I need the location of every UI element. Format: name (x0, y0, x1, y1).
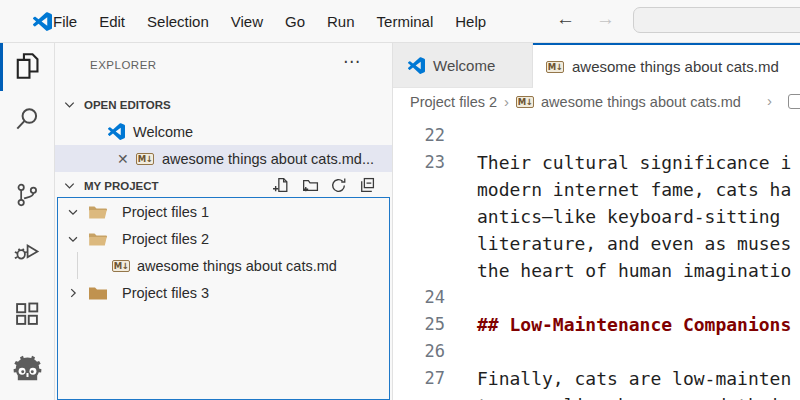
source-control-view-button[interactable] (0, 181, 54, 209)
chevron-right-icon (66, 286, 84, 300)
markdown-heading: ## Low-Maintenance Companions (477, 311, 791, 338)
my-project-label: MY PROJECT (84, 180, 159, 192)
line-number (393, 176, 445, 203)
open-editor-welcome[interactable]: Welcome (55, 118, 392, 145)
markdown-icon: M↓ (136, 153, 154, 165)
open-editors-section-header[interactable]: OPEN EDITORS (55, 91, 392, 118)
breadcrumb: Project files 2 › M↓ awesome things abou… (393, 88, 800, 115)
vscode-icon (408, 57, 425, 74)
tab-cats-md[interactable]: M↓ awesome things about cats.md (533, 43, 800, 88)
tab-label: awesome things about cats.md (572, 58, 779, 75)
open-editor-label: Welcome (133, 124, 193, 140)
command-center-search[interactable] (633, 7, 800, 33)
chevron-down-icon (62, 97, 77, 112)
menu-terminal[interactable]: Terminal (366, 13, 445, 30)
code-line: literature, and even as muses (393, 230, 800, 257)
forward-icon[interactable]: → (596, 8, 615, 30)
tree-item-label: Project files 3 (122, 285, 209, 301)
menu-go[interactable]: Go (274, 13, 316, 30)
menu-view[interactable]: View (220, 13, 274, 30)
chevron-down-icon (62, 178, 77, 193)
godot-tools-view-button[interactable] (0, 355, 54, 382)
code-line: 25## Low-Maintenance Companions (393, 311, 800, 338)
extensions-icon (13, 300, 41, 328)
open-editor-cats-md[interactable]: ✕ M↓ awesome things about cats.md... (55, 145, 392, 172)
code-line: 22 (393, 122, 800, 149)
godot-icon (12, 355, 43, 382)
chevron-right-icon: › (504, 93, 509, 110)
menu-run[interactable]: Run (316, 13, 366, 30)
refresh-icon[interactable] (330, 177, 347, 194)
explorer-view-button[interactable] (0, 50, 54, 82)
line-number (393, 230, 445, 257)
line-number: 25 (393, 311, 445, 338)
tree-item-project-files-2[interactable]: Project files 2 (58, 225, 389, 252)
code-line: 23Their cultural significance i (393, 149, 800, 176)
files-icon (12, 50, 42, 82)
line-number: 24 (393, 284, 445, 311)
tab-bar: Welcome M↓ awesome things about cats.md (393, 43, 800, 88)
menu-file[interactable]: File (42, 13, 88, 30)
folder-open-icon (88, 231, 115, 247)
activity-bar (0, 43, 55, 400)
line-number: 23 (393, 149, 445, 176)
chevron-down-icon (66, 205, 84, 219)
breadcrumb-file[interactable]: awesome things about cats.md (541, 94, 741, 110)
code-line: 24 (393, 284, 800, 311)
folder-closed-icon (88, 285, 115, 301)
line-number: 22 (393, 122, 445, 149)
tree-actions (273, 172, 375, 199)
collapse-all-icon[interactable] (358, 177, 375, 194)
tree-item-label: Project files 1 (122, 204, 209, 220)
tab-welcome[interactable]: Welcome (393, 43, 533, 88)
chevron-down-icon (66, 232, 84, 246)
line-number (393, 392, 445, 400)
tab-label: Welcome (433, 57, 495, 74)
run-debug-icon (13, 238, 41, 266)
titlebar: File Edit Selection View Go Run Terminal… (0, 0, 800, 43)
open-editors-label: OPEN EDITORS (84, 99, 171, 111)
tree-item-cats-md[interactable]: M↓ awesome things about cats.md (58, 252, 389, 279)
my-project-section-header[interactable]: MY PROJECT (55, 172, 392, 199)
line-number (393, 257, 445, 284)
code-line: to sprawling homes, and their (393, 392, 800, 400)
sidebar-title: EXPLORER (90, 59, 157, 71)
close-icon[interactable]: ✕ (117, 151, 131, 167)
back-icon[interactable]: ← (556, 8, 575, 30)
chevron-right-icon: › (767, 92, 772, 109)
editor-group: Welcome M↓ awesome things about cats.md … (393, 43, 800, 400)
tree-item-project-files-3[interactable]: Project files 3 (58, 279, 389, 306)
line-number: 27 (393, 365, 445, 392)
new-file-icon[interactable] (273, 177, 290, 194)
menu-bar: File Edit Selection View Go Run Terminal… (42, 0, 497, 42)
tree-item-label: Project files 2 (122, 231, 209, 247)
new-folder-icon[interactable] (301, 177, 319, 194)
file-tree: Project files 1 Project files 2 M↓ aweso… (57, 197, 390, 400)
vscode-icon (108, 123, 125, 140)
markdown-icon: M↓ (112, 260, 130, 272)
menu-help[interactable]: Help (444, 13, 497, 30)
folder-open-icon (88, 204, 115, 220)
menu-edit[interactable]: Edit (88, 13, 136, 30)
code-line: antics—like keyboard-sitting (393, 203, 800, 230)
tree-item-project-files-1[interactable]: Project files 1 (58, 198, 389, 225)
vscode-window: File Edit Selection View Go Run Terminal… (0, 0, 800, 400)
tree-item-label: awesome things about cats.md (137, 258, 337, 274)
code-editor[interactable]: 22 23Their cultural significance i moder… (393, 115, 800, 400)
code-line: 27Finally, cats are low-mainten (393, 365, 800, 392)
search-icon (13, 105, 41, 133)
extensions-view-button[interactable] (0, 300, 54, 328)
menu-selection[interactable]: Selection (136, 13, 220, 30)
search-view-button[interactable] (0, 105, 54, 133)
line-number (393, 203, 445, 230)
source-control-icon (13, 181, 41, 209)
breadcrumb-folder[interactable]: Project files 2 (410, 94, 497, 110)
markdown-icon: M↓ (516, 96, 534, 108)
explorer-sidebar: EXPLORER ⋯ OPEN EDITORS Welcome ✕ M↓ awe… (55, 43, 393, 400)
run-debug-view-button[interactable] (0, 238, 54, 266)
markdown-icon: M↓ (546, 61, 564, 73)
more-actions-icon[interactable]: ⋯ (343, 51, 361, 72)
symbol-icon[interactable] (788, 94, 800, 109)
code-line: 26 (393, 338, 800, 365)
line-number: 26 (393, 338, 445, 365)
